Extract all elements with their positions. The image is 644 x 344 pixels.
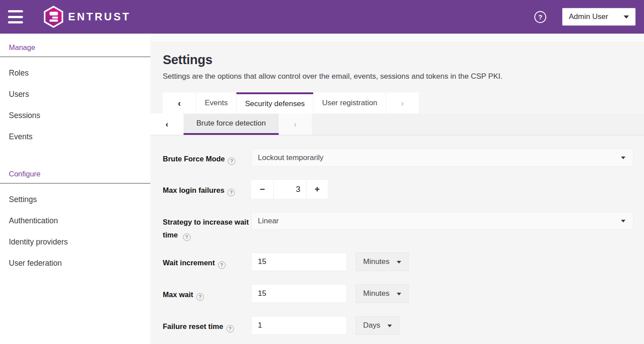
form-row-max-wait: Max wait? Minutes [163,284,644,303]
sidebar: Manage Roles Users Sessions Events Confi… [0,34,150,344]
question-circle-icon[interactable]: ? [218,261,226,269]
form-row-brute-force-mode: Brute Force Mode? Lockout temporarily [163,149,644,167]
caret-down-icon [397,261,401,264]
field-label: Failure reset time? [163,316,251,333]
page-description: Settings are the options that allow cont… [163,71,632,82]
user-menu-dropdown[interactable]: Admin User [562,8,636,26]
field-label: Wait increment? [163,252,251,269]
field-label: Max login failures? [163,180,251,197]
sidebar-item-user-federation[interactable]: User federation [0,252,150,274]
brute-force-mode-value: Lockout temporarily [258,153,323,162]
max-wait-unit-value: Minutes [363,289,390,298]
question-circle-icon[interactable]: ? [196,293,204,301]
max-login-failures-stepper: − 3 + [251,180,328,199]
entrust-logo: ENTRUST [43,6,130,28]
caret-down-icon [621,220,625,222]
subtabs-scroll-left-button[interactable]: ‹ [150,114,184,135]
subtabs-scroll-right-button[interactable]: › [279,114,312,135]
question-circle-icon[interactable]: ? [228,157,235,165]
form-row-wait-strategy: Strategy to increase wait time ? Linear [163,212,644,241]
sidebar-item-users[interactable]: Users [0,84,150,105]
sidebar-item-authentication[interactable]: Authentication [0,210,150,231]
max-wait-label: Max wait [163,290,193,298]
minus-icon[interactable]: − [251,180,273,199]
wait-increment-label: Wait increment [163,259,215,267]
hamburger-menu-icon[interactable] [8,10,24,23]
chevron-right-icon: › [294,119,296,129]
field-label: Strategy to increase wait time ? [163,212,251,241]
sidebar-item-events[interactable]: Events [0,126,150,147]
form-row-failure-reset-time: Failure reset time? Days [163,316,644,335]
tab-user-registration[interactable]: User registration [313,92,386,114]
sidebar-group-title-manage: Manage [0,42,150,52]
form-row-max-login-failures: Max login failures? − 3 + [163,180,644,199]
tabs-scroll-left-button[interactable]: ‹ [163,92,196,114]
caret-down-icon [397,293,401,295]
app-window: ENTRUST ? Admin User Manage Roles Users … [0,0,644,344]
help-icon[interactable]: ? [534,11,546,23]
max-login-failures-label: Max login failures [163,186,224,194]
user-menu-label: Admin User [569,12,608,21]
wait-strategy-label: Strategy to increase wait time [163,218,249,239]
sidebar-item-sessions[interactable]: Sessions [0,105,150,126]
page-title: Settings [163,52,632,67]
tabs-bar: ‹ Events Security defenses User registra… [163,92,644,114]
content-top-strip [150,34,644,42]
field-label: Max wait? [163,284,251,301]
sidebar-item-settings[interactable]: Settings [0,189,150,210]
form-row-wait-increment: Wait increment? Minutes [163,252,644,271]
wait-strategy-value: Linear [258,217,279,226]
sidebar-group-manage: Manage Roles Users Sessions Events [0,34,150,147]
field-label: Brute Force Mode? [163,149,251,165]
max-wait-input[interactable] [251,284,347,303]
question-circle-icon[interactable]: ? [227,189,235,196]
tabs-scroll-right-button[interactable]: › [386,92,419,114]
tab-events[interactable]: Events [196,92,236,114]
chevron-left-icon: ‹ [178,98,181,108]
chevron-left-icon: ‹ [165,119,168,129]
brand-wordmark: ENTRUST [68,11,130,23]
question-circle-icon[interactable]: ? [183,233,191,241]
caret-down-icon [621,157,625,159]
brute-force-mode-label: Brute Force Mode [163,155,225,163]
caret-down-icon [624,15,629,19]
failure-reset-time-input[interactable] [251,316,347,335]
brute-force-settings-form: Brute Force Mode? Lockout temporarily Ma… [150,135,644,335]
sidebar-item-roles[interactable]: Roles [0,62,150,84]
subtab-brute-force-detection[interactable]: Brute force detection [184,114,279,135]
entrust-hexagon-icon [43,6,64,28]
failure-reset-time-unit-select[interactable]: Days [356,316,399,335]
sidebar-group-title-configure: Configure [0,169,150,179]
failure-reset-time-unit-value: Days [363,321,380,330]
top-bar: ENTRUST ? Admin User [0,0,644,34]
wait-strategy-select[interactable]: Linear [251,212,633,230]
tab-security-defenses[interactable]: Security defenses [236,92,313,114]
question-circle-icon[interactable]: ? [226,325,234,333]
main-content: Settings Settings are the options that a… [150,34,644,344]
failure-reset-time-label: Failure reset time [163,322,223,330]
subtabs-bar: ‹ Brute force detection › [150,114,644,135]
chevron-right-icon: › [401,98,404,108]
sidebar-item-identity-providers[interactable]: Identity providers [0,231,150,252]
max-login-failures-value[interactable]: 3 [273,180,307,199]
sidebar-group-configure: Configure Settings Authentication Identi… [0,147,150,274]
wait-increment-input[interactable] [251,252,347,271]
wait-increment-unit-select[interactable]: Minutes [356,252,409,271]
page-head: Settings Settings are the options that a… [150,42,644,82]
max-wait-unit-select[interactable]: Minutes [356,284,409,303]
brute-force-mode-select[interactable]: Lockout temporarily [251,149,633,167]
plus-icon[interactable]: + [307,180,328,199]
wait-increment-unit-value: Minutes [363,257,390,266]
caret-down-icon [387,325,392,327]
